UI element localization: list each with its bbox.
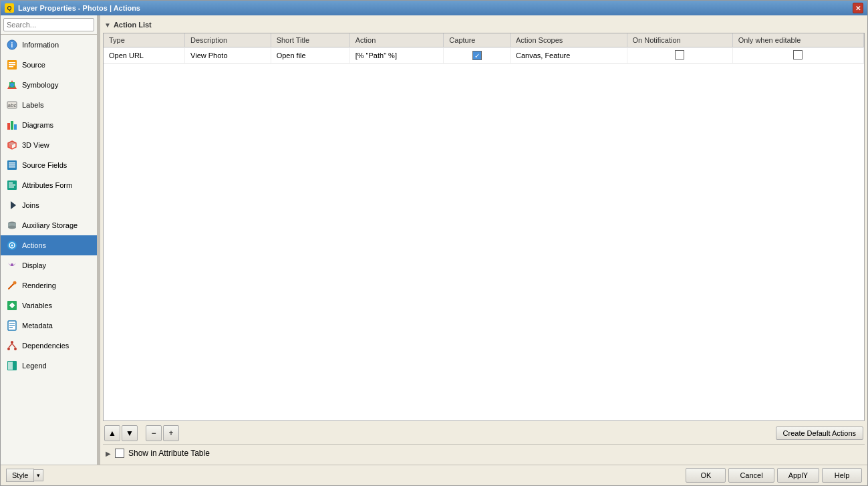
col-action-scopes: Action Scopes	[510, 33, 627, 47]
cell-capture: ✓	[444, 47, 511, 64]
auxiliary-storage-icon	[6, 219, 18, 231]
variables-icon: ❖	[6, 299, 18, 312]
sidebar-item-joins[interactable]: Joins	[1, 195, 97, 215]
only-when-editable-checkbox[interactable]	[793, 50, 803, 59]
col-short-title: Short Title	[271, 33, 349, 47]
action-list-section: ▼ Action List Type Description Short Tit…	[100, 15, 867, 465]
sidebar-item-variables[interactable]: ❖ Variables	[1, 295, 97, 316]
labels-icon: abc	[6, 99, 18, 111]
svg-point-28	[8, 226, 16, 229]
sidebar-item-auxiliary-storage-label: Auxiliary Storage	[22, 221, 92, 229]
sidebar-item-legend[interactable]: Legend	[1, 356, 97, 376]
action-list-table-container: Type Description Short Title Action Capt…	[103, 33, 865, 421]
col-action: Action	[349, 33, 444, 47]
sidebar-item-source-fields[interactable]: Source Fields	[1, 155, 97, 175]
sidebar-item-actions[interactable]: Actions	[1, 235, 97, 255]
title-bar: Q Layer Properties - Photos | Actions ✕	[1, 1, 867, 15]
close-button[interactable]: ✕	[853, 3, 863, 13]
metadata-icon	[6, 320, 18, 332]
cell-description: View Photo	[185, 47, 271, 64]
sidebar-item-auxiliary-storage[interactable]: Auxiliary Storage	[1, 215, 97, 235]
sidebar-item-display[interactable]: Display	[1, 255, 97, 275]
sidebar-item-display-label: Display	[22, 261, 92, 269]
display-icon	[6, 259, 18, 271]
actions-icon	[6, 239, 18, 251]
search-bar	[1, 15, 97, 35]
sidebar-item-legend-label: Legend	[22, 362, 92, 370]
on-notification-checkbox[interactable]	[675, 50, 684, 59]
svg-rect-47	[8, 362, 13, 370]
section-header: ▼ Action List	[103, 18, 865, 31]
3dview-icon	[6, 139, 18, 151]
move-up-button[interactable]: ▲	[104, 425, 120, 441]
create-default-actions-button[interactable]: Create Default Actions	[776, 427, 863, 440]
sidebar-item-rendering[interactable]: Rendering	[1, 275, 97, 295]
col-on-notification: On Notification	[627, 33, 732, 47]
svg-rect-38	[9, 323, 15, 324]
search-input[interactable]	[3, 18, 94, 31]
bottom-buttons: OK Cancel ApplY Help	[686, 468, 862, 483]
svg-point-31	[11, 245, 13, 247]
right-panel: ▼ Action List Type Description Short Tit…	[100, 15, 867, 465]
capture-checkbox[interactable]: ✓	[472, 51, 482, 60]
sidebar-item-symbology-label: Symbology	[22, 81, 92, 89]
cell-short-title: Open file	[271, 47, 349, 64]
svg-point-41	[11, 341, 13, 344]
svg-rect-5	[9, 66, 13, 68]
svg-marker-25	[11, 201, 16, 209]
svg-point-42	[7, 348, 10, 350]
app-icon: Q	[5, 3, 14, 13]
col-only-when-editable: Only when editable	[732, 33, 863, 47]
move-down-button[interactable]: ▼	[122, 425, 138, 441]
svg-line-44	[9, 344, 12, 348]
show-attr-arrow[interactable]: ▶	[106, 450, 111, 457]
show-attr-checkbox[interactable]	[115, 449, 124, 458]
cell-type: Open URL	[104, 47, 185, 64]
svg-rect-12	[11, 121, 13, 130]
sidebar-item-information-label: Information	[22, 41, 92, 49]
sidebar-item-symbology[interactable]: Symbology	[1, 75, 97, 95]
table-row[interactable]: Open URL View Photo Open file [% "Path" …	[104, 47, 864, 64]
sidebar-item-diagrams-label: Diagrams	[22, 121, 92, 129]
svg-point-34	[13, 281, 17, 285]
ok-button[interactable]: OK	[686, 468, 726, 483]
sidebar-item-diagrams[interactable]: Diagrams	[1, 115, 97, 135]
dependencies-icon	[6, 340, 18, 352]
sidebar-item-source[interactable]: Source	[1, 55, 97, 75]
apply-button[interactable]: ApplY	[777, 468, 819, 483]
svg-rect-39	[9, 325, 15, 326]
svg-rect-24	[9, 187, 14, 188]
svg-rect-18	[9, 162, 15, 164]
cancel-button[interactable]: Cancel	[728, 468, 774, 483]
help-button[interactable]: Help	[822, 468, 862, 483]
bottom-bar: Style ▾ OK Cancel ApplY Help	[1, 465, 867, 485]
svg-rect-40	[9, 327, 13, 328]
cell-action: [% "Path" %]	[349, 47, 444, 64]
sidebar-item-attributes-form[interactable]: Attributes Form	[1, 175, 97, 195]
sidebar-item-metadata[interactable]: Metadata	[1, 316, 97, 336]
sidebar-item-metadata-label: Metadata	[22, 322, 92, 330]
remove-action-button[interactable]: −	[146, 425, 162, 441]
sidebar-item-3dview[interactable]: 3D View	[1, 135, 97, 155]
style-dropdown-arrow[interactable]: ▾	[34, 469, 43, 481]
svg-rect-11	[7, 123, 10, 130]
section-title: Action List	[114, 21, 152, 29]
show-attr-row: ▶ Show in Attribute Table	[103, 444, 865, 462]
sidebar-item-3dview-label: 3D View	[22, 141, 92, 149]
main-window: Q Layer Properties - Photos | Actions ✕ …	[0, 0, 868, 486]
sidebar-item-labels[interactable]: abc Labels	[1, 95, 97, 115]
style-button[interactable]: Style	[6, 469, 34, 482]
svg-rect-3	[9, 62, 15, 64]
style-dropdown: Style ▾	[6, 469, 43, 482]
add-action-button[interactable]: +	[163, 425, 179, 441]
sidebar-item-rendering-label: Rendering	[22, 281, 92, 289]
svg-point-32	[11, 263, 13, 266]
sidebar-item-information[interactable]: i Information	[1, 35, 97, 55]
svg-rect-20	[9, 166, 15, 168]
section-collapse-arrow[interactable]: ▼	[104, 21, 111, 29]
rendering-icon	[6, 279, 18, 291]
show-attr-label: Show in Attribute Table	[128, 449, 210, 458]
col-capture: Capture	[444, 33, 511, 47]
col-type: Type	[104, 33, 185, 47]
sidebar-item-dependencies[interactable]: Dependencies	[1, 336, 97, 356]
